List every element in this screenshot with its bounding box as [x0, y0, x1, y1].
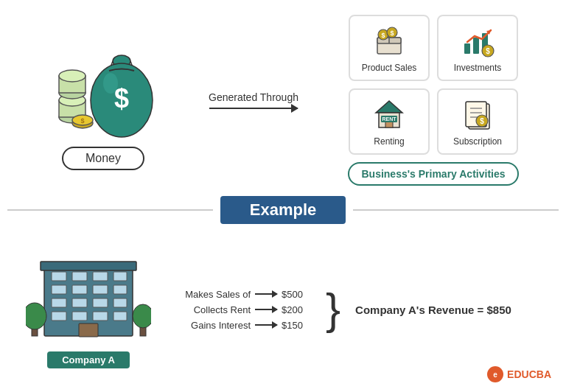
divider-left: [7, 209, 213, 211]
educba-logo: e EDUCBA: [486, 365, 551, 383]
educba-text: EDUCBA: [507, 368, 551, 380]
svg-point-5: [59, 70, 85, 82]
renting-icon: RENT: [371, 97, 407, 132]
svg-rect-47: [72, 285, 87, 294]
svg-rect-57: [113, 312, 127, 321]
money-illustration: $ $: [44, 30, 162, 141]
svg-rect-23: [473, 38, 479, 54]
curly-brace: }: [326, 287, 340, 332]
activities-title: Business's Primary Activities: [348, 162, 518, 186]
svg-rect-45: [113, 272, 127, 281]
revenue-row-0: Makes Sales of $500: [170, 289, 311, 300]
svg-rect-42: [52, 272, 66, 281]
subscription-icon: $: [460, 97, 495, 132]
example-section: Example: [0, 193, 566, 227]
rev-text-0: Makes Sales of: [170, 289, 251, 300]
arrow-line: [209, 108, 298, 109]
main-container: $ $ Money: [0, 0, 566, 392]
rev-text-2: Gains Interest: [170, 320, 251, 331]
bottom-section: Company A Makes Sales of $500 Collects R…: [0, 227, 566, 392]
activities-section: $ $ Product Sales: [330, 15, 537, 186]
svg-text:$: $: [480, 117, 484, 125]
svg-rect-58: [79, 323, 98, 337]
activity-card-subscription: $ Subscription: [437, 88, 518, 155]
svg-rect-54: [52, 312, 66, 321]
svg-text:$: $: [114, 83, 129, 113]
rev-amount-2: $150: [282, 320, 311, 331]
money-label: Money: [62, 147, 144, 170]
svg-rect-49: [113, 285, 127, 294]
product-sales-label: Product Sales: [362, 63, 417, 73]
svg-rect-52: [93, 298, 108, 307]
rev-amount-0: $500: [282, 289, 311, 300]
rev-text-1: Collects Rent: [170, 304, 251, 315]
svg-text:$: $: [390, 29, 394, 37]
svg-rect-55: [72, 312, 87, 321]
arrow-section: Generated Through: [195, 91, 312, 109]
svg-text:RENT: RENT: [382, 116, 396, 122]
svg-rect-43: [72, 272, 87, 281]
svg-marker-28: [376, 101, 402, 113]
revenue-total: Company A's Revenue = $850: [355, 304, 511, 316]
svg-text:$: $: [80, 117, 84, 125]
activity-card-renting: RENT Renting: [349, 88, 430, 155]
top-section: $ $ Money: [0, 0, 566, 193]
svg-rect-46: [52, 285, 66, 294]
rev-arrow-2: [255, 324, 277, 326]
revenue-info: Makes Sales of $500 Collects Rent $200 G…: [170, 287, 544, 332]
subscription-label: Subscription: [453, 136, 502, 147]
company-label: Company A: [47, 351, 130, 368]
svg-rect-53: [113, 298, 127, 307]
svg-text:e: e: [493, 371, 497, 379]
investments-icon: $: [460, 23, 495, 58]
svg-rect-44: [93, 272, 108, 281]
renting-label: Renting: [374, 136, 404, 147]
money-section: $ $ Money: [29, 30, 177, 170]
activity-card-investments: $ Investments: [437, 15, 518, 81]
investments-label: Investments: [454, 63, 502, 73]
building-area: Company A: [22, 251, 155, 368]
example-label: Example: [220, 196, 346, 224]
svg-point-62: [133, 304, 151, 328]
product-sales-icon: $ $: [371, 23, 407, 58]
revenue-row-1: Collects Rent $200: [170, 304, 311, 315]
rev-arrow-1: [255, 309, 277, 310]
building-svg: [26, 251, 151, 347]
arrow-label: Generated Through: [209, 91, 298, 103]
educba-brand-icon: e: [486, 365, 504, 383]
svg-text:$: $: [381, 32, 385, 39]
svg-text:$: $: [486, 47, 490, 55]
svg-rect-22: [464, 43, 470, 54]
svg-point-60: [26, 303, 46, 329]
activity-card-product-sales: $ $ Product Sales: [349, 15, 430, 81]
activities-grid: $ $ Product Sales: [349, 15, 518, 155]
svg-rect-50: [52, 298, 66, 307]
svg-rect-41: [41, 262, 136, 270]
rev-arrow-0: [255, 293, 277, 295]
rev-amount-1: $200: [282, 304, 311, 315]
divider-right: [353, 209, 559, 211]
svg-rect-56: [93, 312, 108, 321]
revenue-row-2: Gains Interest $150: [170, 320, 311, 331]
money-svg: $ $: [44, 30, 162, 141]
revenue-lines: Makes Sales of $500 Collects Rent $200 G…: [170, 289, 311, 331]
svg-rect-51: [72, 298, 87, 307]
svg-rect-48: [93, 285, 108, 294]
